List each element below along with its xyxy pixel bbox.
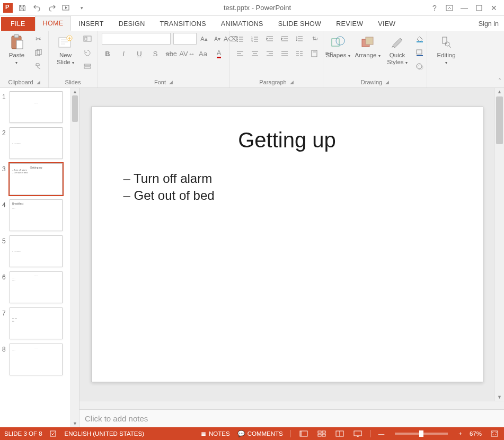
- notes-pane[interactable]: Click to add notes: [79, 409, 504, 427]
- minimize-icon[interactable]: —: [459, 3, 469, 13]
- scroll-down-icon[interactable]: ▼: [71, 420, 79, 427]
- layout-icon[interactable]: [82, 33, 93, 45]
- shape-outline-icon[interactable]: [414, 47, 426, 58]
- change-case-icon[interactable]: Aa: [197, 48, 209, 59]
- normal-view-icon[interactable]: [298, 429, 309, 438]
- zoom-in-button[interactable]: +: [458, 430, 462, 437]
- fit-to-window-icon[interactable]: [489, 429, 500, 438]
- start-from-beginning-icon[interactable]: [61, 3, 72, 13]
- scroll-up-icon[interactable]: ▲: [495, 88, 504, 95]
- scrollbar-thumb[interactable]: [72, 95, 78, 122]
- increase-font-icon[interactable]: A▴: [198, 33, 210, 45]
- font-family-combo[interactable]: [102, 33, 171, 45]
- tab-file[interactable]: FILE: [1, 17, 35, 31]
- character-spacing-icon[interactable]: AV↔: [181, 48, 193, 59]
- numbering-icon[interactable]: 123: [249, 33, 261, 45]
- shadow-icon[interactable]: S: [149, 48, 161, 59]
- clipboard-dialog-launcher-icon[interactable]: ◢: [37, 80, 40, 85]
- undo-icon[interactable]: [32, 3, 42, 13]
- columns-icon[interactable]: [294, 48, 305, 59]
- tab-design[interactable]: DESIGN: [111, 17, 153, 31]
- slide-thumbnail-4[interactable]: 4Breakfast··········: [2, 199, 68, 231]
- paragraph-dialog-launcher-icon[interactable]: ◢: [290, 80, 294, 85]
- ribbon-display-options-icon[interactable]: [445, 3, 454, 13]
- slide-sorter-view-icon[interactable]: [316, 429, 327, 438]
- slide-thumbnail-7[interactable]: 7▭ ▭▭: [2, 307, 68, 339]
- tab-slideshow[interactable]: SLIDE SHOW: [271, 17, 329, 31]
- align-text-icon[interactable]: [308, 48, 320, 59]
- slide-title[interactable]: Getting up: [123, 128, 451, 152]
- underline-icon[interactable]: U: [134, 48, 145, 59]
- close-icon[interactable]: ✕: [489, 3, 499, 13]
- zoom-slider[interactable]: [395, 433, 448, 435]
- align-right-icon[interactable]: [264, 48, 276, 59]
- paste-button[interactable]: Paste▾: [4, 33, 30, 65]
- scrollbar-thumb[interactable]: [496, 96, 503, 144]
- text-direction-icon[interactable]: ⇅A: [308, 33, 320, 45]
- tab-home[interactable]: HOME: [35, 16, 72, 31]
- sign-in-link[interactable]: Sign in: [473, 17, 504, 31]
- bullets-icon[interactable]: [234, 33, 246, 45]
- slide-thumbnail-1[interactable]: 1·····: [2, 91, 68, 123]
- scroll-up-icon[interactable]: ▲: [71, 88, 79, 95]
- slide-thumbnail-6[interactable]: 6···············: [2, 271, 68, 303]
- slide-thumbnail-2[interactable]: 2·· ··· ·······: [2, 127, 68, 159]
- line-spacing-icon[interactable]: [294, 33, 305, 45]
- italic-icon[interactable]: I: [118, 48, 129, 59]
- zoom-out-button[interactable]: —: [378, 430, 385, 437]
- font-color-icon[interactable]: A: [213, 48, 225, 59]
- tab-view[interactable]: VIEW: [370, 17, 403, 31]
- new-slide-button[interactable]: New Slide ▾: [53, 33, 78, 65]
- slide-thumbnail-3[interactable]: 3Getting up– Turn off alarm– Get out of …: [2, 163, 68, 195]
- tab-review[interactable]: REVIEW: [329, 17, 370, 31]
- shapes-button[interactable]: Shapes ▾: [325, 33, 351, 59]
- reset-icon[interactable]: [82, 47, 93, 58]
- increase-indent-icon[interactable]: [279, 33, 290, 45]
- qat-customize-icon[interactable]: ▾: [76, 3, 87, 13]
- tab-animations[interactable]: ANIMATIONS: [214, 17, 271, 31]
- slide-thumbnail-5[interactable]: 5·· ··· ·······: [2, 235, 68, 267]
- status-notes-button[interactable]: ≣ NOTES: [201, 430, 230, 437]
- section-icon[interactable]: [82, 60, 93, 72]
- zoom-slider-knob[interactable]: [419, 430, 423, 437]
- status-comments-button[interactable]: 💬 COMMENTS: [237, 430, 283, 437]
- cut-icon[interactable]: ✂: [33, 33, 45, 45]
- shape-fill-icon[interactable]: [414, 33, 426, 45]
- help-icon[interactable]: ?: [430, 3, 439, 13]
- tab-transitions[interactable]: TRANSITIONS: [152, 17, 213, 31]
- status-slide-indicator[interactable]: SLIDE 3 OF 8: [4, 430, 42, 437]
- align-center-icon[interactable]: [249, 48, 261, 59]
- tab-insert[interactable]: INSERT: [71, 17, 111, 31]
- save-icon[interactable]: [17, 3, 28, 13]
- thumbnails-scrollbar[interactable]: ▲ ▼: [70, 88, 79, 427]
- zoom-level[interactable]: 67%: [470, 430, 482, 437]
- slide-body[interactable]: – Turn off alarm – Get out of bed: [123, 171, 451, 203]
- font-dialog-launcher-icon[interactable]: ◢: [169, 80, 173, 85]
- slide-canvas-area[interactable]: Getting up – Turn off alarm – Get out of…: [79, 88, 494, 401]
- vertical-scrollbar[interactable]: ▲ ▼: [494, 88, 504, 401]
- maximize-icon[interactable]: [474, 3, 484, 13]
- decrease-indent-icon[interactable]: [264, 33, 276, 45]
- status-language[interactable]: ENGLISH (UNITED STATES): [65, 430, 144, 437]
- align-left-icon[interactable]: [234, 48, 246, 59]
- bold-icon[interactable]: B: [102, 48, 113, 59]
- drawing-dialog-launcher-icon[interactable]: ◢: [385, 80, 389, 85]
- editing-button[interactable]: Editing▾: [431, 33, 461, 65]
- current-slide[interactable]: Getting up – Turn off alarm – Get out of…: [91, 107, 483, 382]
- arrange-button[interactable]: Arrange ▾: [355, 33, 381, 59]
- font-size-combo[interactable]: [173, 33, 197, 45]
- collapse-ribbon-icon[interactable]: ˆ: [499, 78, 501, 85]
- decrease-font-icon[interactable]: A▾: [211, 33, 223, 45]
- reading-view-icon[interactable]: [334, 429, 345, 438]
- format-painter-icon[interactable]: [33, 60, 45, 72]
- redo-icon[interactable]: [47, 3, 57, 13]
- justify-icon[interactable]: [279, 48, 290, 59]
- slideshow-view-icon[interactable]: [352, 429, 363, 438]
- shape-effects-icon[interactable]: [414, 60, 426, 72]
- copy-icon[interactable]: [33, 47, 45, 58]
- scroll-down-icon[interactable]: ▼: [495, 393, 504, 401]
- strikethrough-icon[interactable]: abc: [165, 48, 177, 59]
- status-spellcheck-icon[interactable]: [50, 430, 57, 437]
- horizontal-scrollbar[interactable]: [79, 401, 504, 409]
- quick-styles-button[interactable]: Quick Styles ▾: [384, 33, 411, 65]
